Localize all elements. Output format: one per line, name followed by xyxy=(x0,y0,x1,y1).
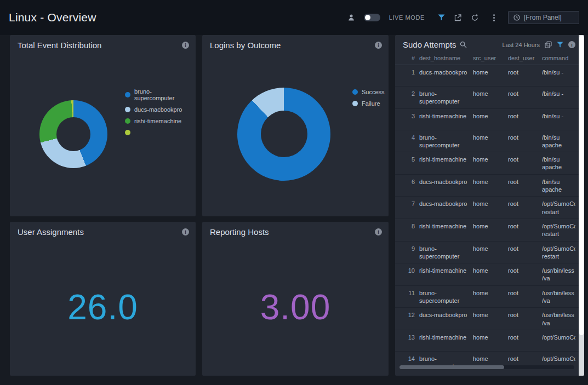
cell-dest-hostname: ducs-macbookpro xyxy=(419,178,469,186)
cell-dest-hostname: bruno-supercomputer xyxy=(419,355,469,365)
reporting-hosts-value: 3.00 xyxy=(260,287,331,327)
panel-total-event-distribution: Total Event Distribution bruno-supercomp… xyxy=(10,35,196,216)
cell-dest-user: root xyxy=(508,178,538,186)
legend-item[interactable]: bruno-supercomputer xyxy=(125,88,188,101)
table-row[interactable]: 5rishi-timemachinehomeroot/bin/su apache xyxy=(395,152,579,175)
cell-row-number: 9 xyxy=(402,245,415,252)
legend-label: Failure xyxy=(362,100,380,107)
cell-dest-hostname: rishi-timemachine xyxy=(419,112,469,120)
cell-dest-user: root xyxy=(508,289,538,297)
table-row[interactable]: 14bruno-supercomputerhomeroot/opt/SumoCo… xyxy=(395,352,579,365)
more-menu-icon[interactable] xyxy=(491,14,497,21)
cell-src-user: home xyxy=(473,90,504,97)
table-row[interactable]: 7ducs-macbookprohomeroot/opt/SumoColle r… xyxy=(395,197,579,219)
cell-dest-user: root xyxy=(508,311,538,319)
cell-dest-user: root xyxy=(508,245,538,252)
cell-dest-user: root xyxy=(508,90,538,97)
cell-dest-user: root xyxy=(508,156,538,163)
search-icon[interactable] xyxy=(460,41,467,48)
table-row[interactable]: 9bruno-supercomputerhomeroot/opt/SumoCol… xyxy=(395,242,579,264)
table-header-row: #dest_hostnamesrc_userdest_usercommand xyxy=(395,53,579,65)
cell-dest-user: root xyxy=(508,112,538,120)
cell-row-number: 3 xyxy=(402,112,415,120)
cell-command: /opt/SumoColle restart xyxy=(542,245,575,261)
legend-label: Success xyxy=(362,89,385,95)
table-row[interactable]: 12ducs-macbookprohomeroot/usr/bin/less /… xyxy=(395,308,579,330)
vertical-scrollbar-thumb[interactable] xyxy=(579,36,584,335)
time-range-label: Last 24 Hours xyxy=(503,42,540,48)
time-range-selector[interactable]: [From Panel] xyxy=(508,11,579,24)
cell-row-number: 4 xyxy=(402,134,415,141)
panel-title: Sudo Attempts xyxy=(403,40,456,49)
cell-dest-hostname: rishi-timemachine xyxy=(419,222,469,230)
table-row[interactable]: 11bruno-supercomputerhomeroot/usr/bin/le… xyxy=(395,286,579,308)
column-header-command[interactable]: command xyxy=(542,55,575,61)
legend-color-dot xyxy=(352,101,358,106)
filter-icon[interactable] xyxy=(557,42,563,48)
horizontal-scrollbar[interactable] xyxy=(399,365,574,369)
cell-src-user: home xyxy=(473,245,504,252)
info-icon[interactable] xyxy=(375,42,382,49)
legend-item[interactable]: Failure xyxy=(352,100,385,107)
horizontal-scrollbar-thumb[interactable] xyxy=(399,365,504,369)
chart-legend: SuccessFailure xyxy=(352,88,385,107)
panel-header: Sudo Attempts Last 24 Hours xyxy=(395,35,579,53)
table-row[interactable]: 3rishi-timemachinehomeroot/bin/su - xyxy=(395,109,579,130)
user-icon[interactable] xyxy=(347,14,355,21)
vertical-scrollbar[interactable] xyxy=(579,35,584,376)
cell-command: /bin/su - xyxy=(542,90,575,97)
legend-color-dot xyxy=(352,89,358,95)
cell-command: /opt/SumoColle xyxy=(542,334,575,341)
panel-body: 26.0 xyxy=(10,240,196,374)
legend-item[interactable]: Success xyxy=(352,88,385,95)
legend-item[interactable]: rishi-timemachine xyxy=(125,117,188,124)
legend-item[interactable]: ducs-macbookpro xyxy=(125,106,188,113)
info-icon[interactable] xyxy=(182,228,189,235)
panel-title: Total Event Distribution xyxy=(18,41,101,50)
cell-src-user: home xyxy=(473,267,504,274)
panel-header-actions: Last 24 Hours xyxy=(503,41,575,48)
table-row[interactable]: 4bruno-supercomputerhomeroot/bin/su apac… xyxy=(395,130,579,153)
filter-icon[interactable] xyxy=(438,14,445,21)
column-header-src_user[interactable]: src_user xyxy=(473,55,504,61)
info-icon[interactable] xyxy=(568,41,575,48)
cell-command: /bin/su apache xyxy=(542,134,575,150)
legend-color-dot xyxy=(125,130,130,135)
panel-title: Reporting Hosts xyxy=(210,227,269,237)
column-header-num[interactable]: # xyxy=(402,55,415,61)
cell-row-number: 13 xyxy=(402,334,415,341)
table-body: 1ducs-macbookprohomeroot/bin/su -2bruno-… xyxy=(395,65,579,365)
table-row[interactable]: 13rishi-timemachinehomeroot/opt/SumoColl… xyxy=(395,330,579,352)
column-header-dest_user[interactable]: dest_user xyxy=(508,55,538,61)
panel-title: Logins by Outcome xyxy=(210,41,281,50)
legend-item[interactable] xyxy=(125,129,188,136)
column-header-dest_hostname[interactable]: dest_hostname xyxy=(419,55,469,61)
cell-dest-hostname: rishi-timemachine xyxy=(419,334,469,341)
table-row[interactable]: 10rishi-timemachinehomeroot/usr/bin/less… xyxy=(395,263,579,286)
logins-by-outcome-donut-chart[interactable] xyxy=(237,88,330,181)
cell-dest-user: root xyxy=(508,222,538,230)
cell-src-user: home xyxy=(473,178,504,186)
cell-command: /usr/bin/less /va xyxy=(542,289,575,305)
clock-icon xyxy=(513,14,520,21)
cell-command: /bin/su apache xyxy=(542,156,575,171)
info-icon[interactable] xyxy=(375,228,382,235)
cell-command: /bin/su apache xyxy=(542,178,575,194)
chart-legend: bruno-supercomputerducs-macbookprorishi-… xyxy=(125,88,188,136)
cell-dest-hostname: bruno-supercomputer xyxy=(419,90,469,106)
copy-panels-icon[interactable] xyxy=(545,41,552,48)
cell-src-user: home xyxy=(473,134,504,141)
table-row[interactable]: 6ducs-macbookprohomeroot/bin/su apache xyxy=(395,175,579,197)
cell-dest-hostname: ducs-macbookpro xyxy=(419,311,469,319)
cell-dest-user: root xyxy=(508,267,538,274)
table-row[interactable]: 8rishi-timemachinehomeroot/opt/SumoColle… xyxy=(395,219,579,242)
table-row[interactable]: 2bruno-supercomputerhomeroot/bin/su - xyxy=(395,87,579,109)
table-row[interactable]: 1ducs-macbookprohomeroot/bin/su - xyxy=(395,65,579,87)
panel-header: Reporting Hosts xyxy=(202,222,389,240)
total-event-distribution-donut-chart[interactable] xyxy=(39,100,107,168)
refresh-icon[interactable] xyxy=(471,14,479,22)
info-icon[interactable] xyxy=(182,42,189,49)
live-mode-toggle[interactable] xyxy=(364,14,380,21)
user-assignments-value: 26.0 xyxy=(67,287,138,327)
share-icon[interactable] xyxy=(454,14,462,22)
